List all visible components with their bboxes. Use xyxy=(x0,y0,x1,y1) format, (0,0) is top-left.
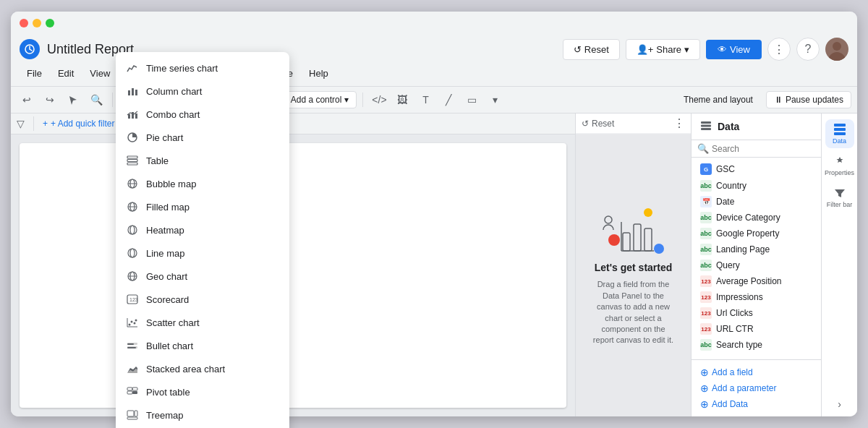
menu-edit[interactable]: Edit xyxy=(51,65,81,82)
menu-file[interactable]: File xyxy=(20,65,49,82)
scorecard-icon: 123 xyxy=(126,293,139,306)
redo-button[interactable]: ↪ xyxy=(40,90,60,110)
add-data-button[interactable]: ⊕ Add Data xyxy=(697,396,815,412)
pause-updates-button[interactable]: ⏸ Pause updates xyxy=(766,91,851,108)
canvas-paper[interactable] xyxy=(20,143,566,408)
menu-scatter-chart[interactable]: Scatter chart xyxy=(116,311,289,334)
chevron-down-icon: ▾ xyxy=(684,44,689,55)
svg-rect-17 xyxy=(834,132,846,135)
svg-rect-14 xyxy=(701,128,711,130)
field-dim-icon-3: abc xyxy=(700,228,712,239)
field-country[interactable]: abc Country xyxy=(692,178,821,194)
field-query[interactable]: abc Query xyxy=(692,257,821,273)
field-date[interactable]: 📅 Date xyxy=(692,194,821,210)
plus-circle-icon: ⊕ xyxy=(700,367,709,378)
svg-text:123: 123 xyxy=(129,297,138,302)
insert-dropdown-menu: Time series chart Column chart xyxy=(116,114,289,416)
svg-point-2 xyxy=(828,52,846,61)
table-icon xyxy=(126,154,139,167)
shape-chevron[interactable]: ▾ xyxy=(485,90,505,110)
menu-view[interactable]: View xyxy=(82,65,117,82)
canvas-area: ▽ + + Add quick filter xyxy=(11,114,575,416)
svg-point-36 xyxy=(128,249,137,257)
svg-rect-15 xyxy=(834,124,846,127)
welcome-illustration xyxy=(601,204,666,262)
menu-stacked-area-chart[interactable]: Stacked area chart xyxy=(116,357,289,380)
undo-button[interactable]: ↩ xyxy=(17,90,37,110)
menu-table[interactable]: Table xyxy=(116,149,289,172)
properties-tab-icon xyxy=(833,155,846,168)
reset-button[interactable]: ↺ Reset xyxy=(563,39,620,60)
menu-treemap[interactable]: Treemap xyxy=(116,403,289,416)
toolbar-separator-3 xyxy=(362,93,363,107)
minimize-button[interactable] xyxy=(33,19,41,27)
svg-rect-55 xyxy=(127,391,132,394)
select-tool[interactable] xyxy=(63,90,83,110)
view-button[interactable]: 👁 View xyxy=(706,40,762,59)
help-button[interactable]: ? xyxy=(796,38,820,61)
field-url-ctr[interactable]: 123 URL CTR xyxy=(692,321,821,337)
field-met-icon-2: 123 xyxy=(700,291,712,303)
field-device-category[interactable]: abc Device Category xyxy=(692,210,821,226)
svg-rect-52 xyxy=(127,347,136,348)
app-window: Untitled Report ↺ Reset 👤+ Share ▾ 👁 Vie… xyxy=(11,12,857,416)
treemap-icon xyxy=(126,408,139,416)
filter-tab-icon xyxy=(833,187,846,200)
menu-line-map[interactable]: Line map xyxy=(116,241,289,265)
menu-combo-chart[interactable]: Combo chart xyxy=(116,114,289,126)
field-search-type[interactable]: abc Search type xyxy=(692,337,821,353)
bullet-chart-icon xyxy=(126,339,139,352)
menu-pivot-table[interactable]: Pivot table xyxy=(116,380,289,403)
field-url-clicks[interactable]: 123 Url Clicks xyxy=(692,305,821,321)
field-average-position[interactable]: 123 Average Position xyxy=(692,273,821,289)
sidebar-properties-tab[interactable]: Properties xyxy=(825,151,854,180)
menu-bullet-chart[interactable]: Bullet chart xyxy=(116,334,289,357)
close-button[interactable] xyxy=(20,19,28,27)
theme-layout-button[interactable]: Theme and layout xyxy=(676,92,760,108)
code-button[interactable]: </> xyxy=(369,90,389,110)
field-dim-icon-2: abc xyxy=(700,212,712,223)
add-filter-button[interactable]: + + Add quick filter xyxy=(43,119,114,129)
menu-pie-chart[interactable]: Pie chart xyxy=(116,126,289,149)
sidebar-data-tab[interactable]: Data xyxy=(825,119,854,148)
maximize-button[interactable] xyxy=(46,19,54,27)
canvas-more-button[interactable]: ⋮ xyxy=(673,116,685,130)
text-button[interactable]: T xyxy=(415,90,435,110)
line-button[interactable]: ╱ xyxy=(438,90,459,110)
canvas-reset-button[interactable]: ↺ Reset xyxy=(582,119,614,129)
share-button[interactable]: 👤+ Share ▾ xyxy=(626,39,700,60)
svg-rect-26 xyxy=(127,160,137,162)
search-box: 🔍 xyxy=(692,140,821,158)
add-field-button[interactable]: ⊕ Add a field xyxy=(697,364,815,380)
data-panel-title: Data xyxy=(718,121,739,132)
menu-help[interactable]: Help xyxy=(302,65,336,82)
menu-scorecard[interactable]: 123 Scorecard xyxy=(116,288,289,311)
menu-heatmap[interactable]: Heatmap xyxy=(116,218,289,241)
search-input[interactable] xyxy=(712,144,820,154)
shape-button[interactable]: ▭ xyxy=(461,90,482,110)
svg-point-46 xyxy=(135,320,137,322)
zoom-button[interactable]: 🔍 xyxy=(86,90,106,110)
expand-arrow[interactable]: › xyxy=(838,398,841,411)
heatmap-icon xyxy=(126,223,139,236)
welcome-area: Let's get started Drag a field from the … xyxy=(576,134,691,416)
svg-rect-7 xyxy=(634,224,641,251)
menu-filled-map[interactable]: Filled map xyxy=(116,195,289,218)
image-button[interactable]: 🖼 xyxy=(392,90,412,110)
add-parameter-button[interactable]: ⊕ Add a parameter xyxy=(697,380,815,396)
menu-geo-chart[interactable]: Geo chart xyxy=(116,265,289,288)
properties-tab-label: Properties xyxy=(825,169,854,176)
avatar[interactable] xyxy=(825,38,848,61)
data-footer: ⊕ Add a field ⊕ Add a parameter ⊕ Add Da… xyxy=(692,359,821,416)
combo-chart-icon xyxy=(126,114,139,121)
field-landing-page[interactable]: abc Landing Page xyxy=(692,241,821,257)
menu-bubble-map[interactable]: Bubble map xyxy=(116,172,289,195)
field-impressions[interactable]: 123 Impressions xyxy=(692,289,821,305)
reset-icon-small: ↺ xyxy=(582,119,589,129)
field-google-property[interactable]: abc Google Property xyxy=(692,226,821,241)
svg-rect-6 xyxy=(623,233,630,251)
sidebar-filter-tab[interactable]: Filter bar xyxy=(825,183,854,212)
more-options-button[interactable]: ⋮ xyxy=(767,38,791,61)
toolbar-right: Theme and layout ⏸ Pause updates xyxy=(676,91,851,108)
pause-icon: ⏸ xyxy=(774,95,783,105)
